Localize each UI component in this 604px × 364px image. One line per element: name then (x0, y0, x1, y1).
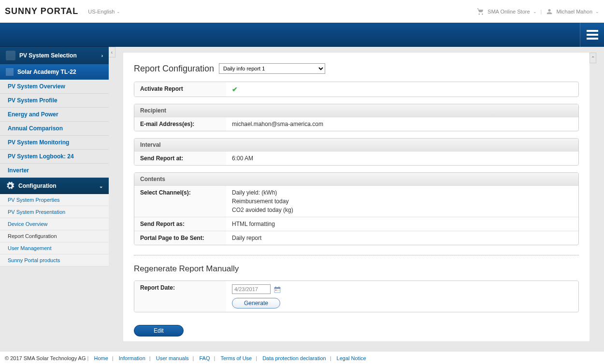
top-header: SUNNY PORTAL US-English ⌄ SMA Online Sto… (0, 0, 604, 23)
recipient-header: Recipient (134, 104, 578, 117)
send-as-label: Send Report as: (134, 217, 226, 231)
portal-page-value: Daily report (226, 231, 578, 245)
system-icon (6, 68, 14, 76)
channels-label: Select Channel(s): (134, 185, 226, 217)
send-at-label: Send Report at: (134, 151, 226, 165)
sidebar-item-inverter[interactable]: Inverter (0, 164, 109, 178)
pv-selection-label: PV System Selection (19, 52, 77, 59)
content-collapse-button[interactable]: ⌃ (590, 53, 596, 63)
sidebar-item-logbook[interactable]: PV System Logbook: 24 (0, 150, 109, 164)
language-selector[interactable]: US-English ⌄ (88, 9, 120, 14)
report-date-label: Report Date: (134, 281, 226, 312)
portal-page-label: Portal Page to Be Sent: (134, 231, 226, 245)
footer-link-terms[interactable]: Terms of Use (220, 355, 252, 361)
channels-value: Daily yield: (kWh) Reimbursement today C… (226, 185, 578, 217)
chevron-right-icon: › (101, 53, 103, 58)
footer-link-faq[interactable]: FAQ (200, 355, 210, 361)
interval-header: Interval (134, 139, 578, 151)
page-title: Report Configuration (134, 64, 214, 74)
email-label: E-mail Address(es): (134, 117, 226, 131)
svg-rect-7 (274, 287, 280, 289)
activate-value: ✔ (226, 82, 578, 97)
footer-link-legal[interactable]: Legal Notice (337, 355, 366, 361)
store-label: SMA Online Store (488, 9, 530, 14)
svg-point-5 (587, 38, 589, 40)
chevron-down-icon: ⌄ (595, 9, 599, 14)
user-name: Michael Mahon (556, 9, 592, 14)
svg-rect-12 (279, 290, 280, 291)
calendar-icon[interactable] (273, 285, 282, 294)
sidebar-subitem-user-mgmt[interactable]: User Management (0, 242, 109, 254)
selected-system-label: Solar Academy TL-22 (17, 69, 76, 75)
footer-link-info[interactable]: Information (119, 355, 145, 361)
sidebar-item-overview[interactable]: PV System Overview (0, 80, 109, 94)
chevron-down-icon: ⌄ (116, 9, 120, 14)
selected-system[interactable]: Solar Academy TL-22 (0, 64, 109, 80)
email-value: michael.mahon@sma-america.com (226, 117, 578, 131)
header-right: SMA Online Store ⌄ | Michael Mahon ⌄ (477, 8, 599, 15)
divider (134, 255, 579, 255)
sidebar-subitem-properties[interactable]: PV System Properties (0, 194, 109, 206)
channel-item: Reimbursement today (232, 198, 573, 205)
footer-link-home[interactable]: Home (94, 355, 108, 361)
regen-title: Regenerate Report Manually (134, 264, 579, 274)
regen-table: Report Date: Generate (134, 280, 579, 312)
chevron-down-icon: ⌄ (99, 183, 103, 189)
sidebar-item-profile[interactable]: PV System Profile (0, 94, 109, 108)
copyright: © 2017 SMA Solar Technology AG (5, 355, 86, 361)
edit-button[interactable]: Edit (134, 325, 184, 336)
svg-rect-8 (275, 286, 276, 288)
divider: | (541, 9, 542, 14)
activate-label: Activate Report (134, 82, 226, 97)
footer-link-manuals[interactable]: User manuals (156, 355, 189, 361)
body: ‹ PV System Selection › Solar Academy TL… (0, 47, 604, 351)
report-date-input[interactable] (232, 284, 271, 294)
footer-link-data[interactable]: Data protection declaration (262, 355, 326, 361)
send-at-value: 6:00 AM (226, 151, 578, 165)
svg-rect-10 (275, 290, 276, 291)
report-select[interactable]: Daily info report 1 (219, 63, 325, 74)
language-label: US-English (88, 9, 115, 14)
contents-header: Contents (134, 173, 578, 185)
svg-point-4 (587, 34, 589, 36)
footer: © 2017 SMA Solar Technology AG | Home| I… (0, 351, 604, 364)
cart-icon (477, 8, 485, 15)
logo: SUNNY PORTAL (5, 6, 78, 16)
sidebar-item-energy[interactable]: Energy and Power (0, 108, 109, 122)
title-row: Report Configuration Daily info report 1 (134, 63, 579, 74)
gear-icon (6, 182, 14, 190)
sidebar-subitem-device-overview[interactable]: Device Overview (0, 218, 109, 230)
sidebar-item-monitoring[interactable]: PV System Monitoring (0, 136, 109, 150)
interval-table: Interval Send Report at: 6:00 AM (134, 138, 579, 166)
svg-point-3 (587, 30, 589, 32)
recipient-table: Recipient E-mail Address(es): michael.ma… (134, 104, 579, 131)
checkmark-icon: ✔ (232, 85, 238, 93)
svg-rect-9 (279, 286, 279, 288)
main-content: ⌃ Report Configuration Daily info report… (109, 47, 604, 351)
channel-item: CO2 avoided today (kg) (232, 207, 573, 213)
user-menu[interactable]: Michael Mahon ⌄ (546, 8, 599, 15)
pv-system-selection-header[interactable]: PV System Selection › (0, 47, 109, 64)
sidebar-subitem-report-config[interactable]: Report Configuration (0, 230, 109, 242)
sidebar-item-annual[interactable]: Annual Comparison (0, 122, 109, 136)
svg-rect-11 (277, 290, 278, 291)
hamburger-menu-button[interactable] (580, 23, 604, 47)
hamburger-icon (587, 30, 598, 40)
user-icon (546, 8, 553, 15)
activate-table: Activate Report ✔ (134, 82, 579, 97)
configuration-header[interactable]: Configuration ⌄ (0, 178, 109, 194)
sidebar: ‹ PV System Selection › Solar Academy TL… (0, 47, 109, 351)
config-header-label: Configuration (18, 182, 57, 189)
content-card: ⌃ Report Configuration Daily info report… (123, 53, 590, 341)
blue-nav-band (0, 23, 604, 47)
report-date-cell: Generate (226, 281, 578, 312)
sidebar-subitem-presentation[interactable]: PV System Presentation (0, 206, 109, 218)
channel-item: Daily yield: (kWh) (232, 189, 573, 196)
generate-button[interactable]: Generate (232, 298, 280, 308)
chevron-down-icon: ⌄ (533, 9, 537, 14)
sidebar-subitem-products[interactable]: Sunny Portal products (0, 254, 109, 266)
stack-icon (6, 51, 15, 60)
send-as-value: HTML formatting (226, 217, 578, 231)
store-link[interactable]: SMA Online Store ⌄ (477, 8, 536, 15)
contents-table: Contents Select Channel(s): Daily yield:… (134, 172, 579, 245)
